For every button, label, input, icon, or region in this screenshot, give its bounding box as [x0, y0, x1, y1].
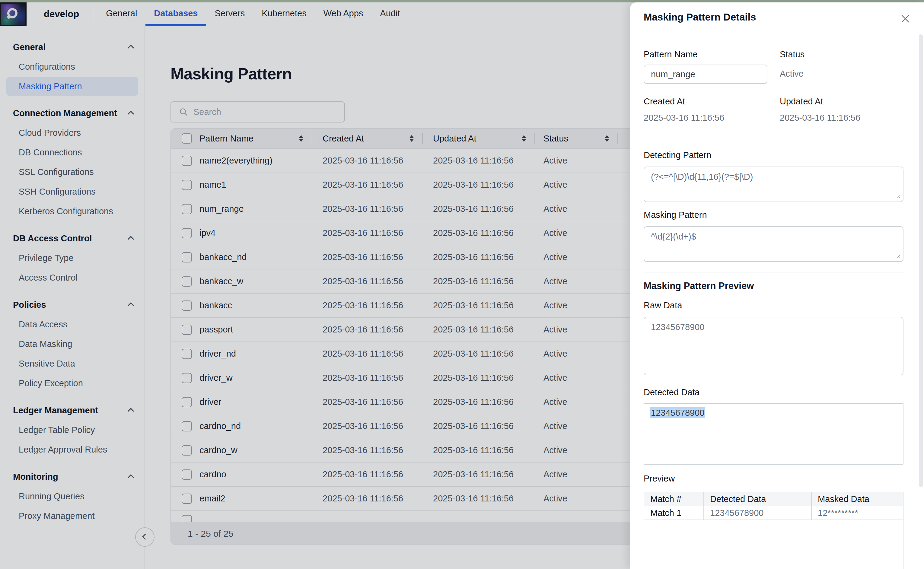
preview-col-detected: Detected Data [704, 492, 812, 506]
detecting-pattern-textarea[interactable]: (?<=^|\D)\d{11,16}(?=$|\D) [644, 167, 903, 202]
pattern-name-label: Pattern Name [644, 49, 698, 59]
detected-data-box: 12345678900 [644, 403, 903, 465]
divider [644, 137, 903, 137]
divider [644, 272, 903, 272]
raw-data-label: Raw Data [644, 300, 682, 310]
preview-cell-match: Match 1 [644, 506, 704, 520]
preview-col-match: Match # [644, 492, 704, 506]
app-root: develop General Databases Servers Kubern… [0, 0, 924, 569]
masking-pattern-preview-heading: Masking Pattern Preview [644, 281, 754, 291]
created-at-label: Created At [644, 97, 685, 106]
preview-col-masked: Masked Data [812, 492, 903, 506]
preview-table: Match # Detected Data Masked Data Match … [644, 492, 903, 569]
masking-pattern-textarea[interactable]: ^\d{2}(\d+)$ [644, 226, 903, 262]
close-icon [900, 13, 911, 24]
detected-data-label: Detected Data [644, 387, 699, 397]
updated-at-value: 2025-03-16 11:16:56 [780, 113, 860, 123]
status-label: Status [780, 49, 805, 59]
close-button[interactable] [899, 12, 912, 25]
pattern-name-input[interactable] [644, 65, 767, 84]
raw-data-textarea[interactable]: 12345678900 [644, 317, 903, 375]
preview-table-row: Match 1 12345678900 12********* [644, 506, 903, 520]
detected-data-highlight: 12345678900 [650, 407, 705, 418]
detecting-pattern-label: Detecting Pattern [644, 150, 711, 160]
panel-title: Masking Pattern Details [644, 11, 756, 23]
preview-cell-detected: 12345678900 [704, 506, 812, 520]
masking-pattern-details-panel: Masking Pattern Details Pattern Name Sta… [630, 2, 924, 569]
created-at-value: 2025-03-16 11:16:56 [644, 113, 724, 123]
updated-at-label: Updated At [780, 97, 823, 106]
status-value: Active [780, 69, 804, 79]
masking-pattern-label: Masking Pattern [644, 210, 707, 220]
panel-scrollbar-thumb[interactable] [919, 34, 923, 487]
preview-table-header: Match # Detected Data Masked Data [644, 492, 903, 506]
preview-cell-masked: 12********* [812, 506, 903, 520]
preview-label: Preview [644, 474, 675, 484]
